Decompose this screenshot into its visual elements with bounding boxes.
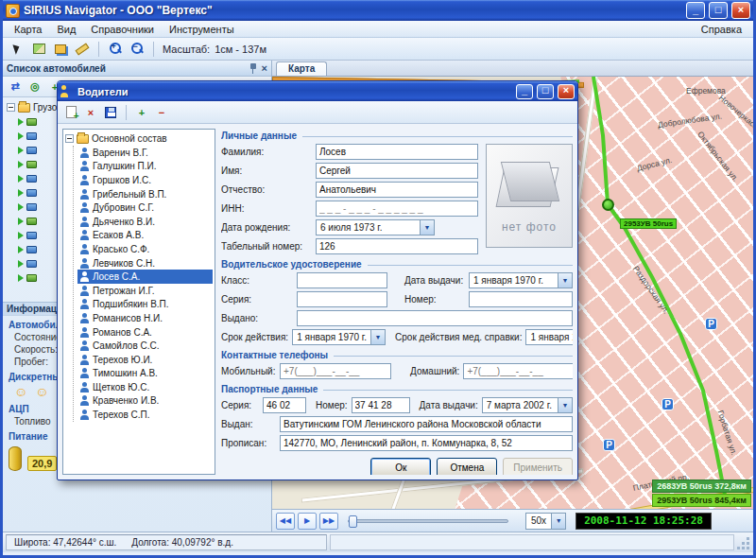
zoom-in-button[interactable]: +: [106, 40, 125, 59]
license-class-field[interactable]: [297, 272, 387, 288]
parking-icon[interactable]: P: [705, 318, 717, 330]
playback-button[interactable]: ◀◀: [276, 513, 295, 530]
remove-group-button[interactable]: −: [153, 104, 170, 121]
playback-speed-select[interactable]: 50x ▼: [525, 513, 566, 530]
close-button[interactable]: ×: [731, 2, 750, 19]
zoom-out-button[interactable]: −: [128, 40, 146, 59]
refresh-button[interactable]: ⇄: [7, 78, 24, 96]
menu-vid[interactable]: Вид: [49, 23, 83, 36]
map-tool-button[interactable]: [29, 40, 48, 59]
passport-issued-by-field[interactable]: [280, 416, 573, 432]
menu-spravochniki[interactable]: Справочники: [83, 23, 162, 36]
driver-item[interactable]: Горшков И.С.: [77, 173, 213, 187]
playback-button[interactable]: ▶▶: [319, 513, 338, 530]
ruler-button[interactable]: [73, 40, 92, 59]
driver-item[interactable]: Терехов С.П.: [77, 408, 213, 422]
name-field[interactable]: [316, 163, 478, 179]
license-med-select[interactable]: 1 января 1970 г. ▼: [525, 329, 573, 345]
mobile-field[interactable]: [280, 363, 391, 379]
dialog-close-button[interactable]: ×: [558, 84, 575, 99]
playback-slider[interactable]: [348, 519, 508, 523]
driver-item[interactable]: Грибельный В.П.: [77, 187, 213, 201]
chevron-down-icon[interactable]: ▼: [558, 398, 572, 412]
tree-expander-icon[interactable]: [65, 134, 74, 143]
passport-issue-select[interactable]: 7 марта 2002 г. ▼: [482, 397, 573, 413]
vehicle-status-row[interactable]: 2683УВ 50rus 372,8км: [652, 480, 751, 493]
panel-close-icon[interactable]: ×: [262, 63, 267, 74]
driver-item[interactable]: Левчиков С.Н.: [77, 256, 213, 270]
passport-number-field[interactable]: [352, 397, 410, 413]
surname-field[interactable]: [316, 144, 478, 160]
autohide-pin-icon[interactable]: [249, 62, 258, 74]
inn-field[interactable]: [316, 201, 478, 217]
add-group-button[interactable]: +: [133, 104, 150, 121]
maximize-button[interactable]: □: [709, 2, 728, 19]
vehicle-plate-label[interactable]: 2953УВ 50rus: [620, 218, 677, 229]
apply-button[interactable]: Применить: [503, 458, 573, 475]
driver-item[interactable]: Терехов Ю.И.: [77, 353, 213, 367]
locate-button[interactable]: ◎: [26, 78, 43, 96]
license-issued-by-field[interactable]: [297, 310, 573, 326]
new-driver-button[interactable]: [62, 104, 79, 121]
driver-item[interactable]: Самойлов С.С.: [77, 339, 213, 353]
driver-item[interactable]: Лосев С.А.: [77, 270, 213, 284]
driver-item[interactable]: Кравченко И.В.: [77, 394, 213, 409]
vehicle-status-row[interactable]: 2953УВ 50rus 845,4км: [652, 494, 751, 507]
passport-series-field[interactable]: [263, 397, 306, 413]
vehicle-marker-icon[interactable]: [602, 199, 614, 211]
person-icon: [79, 382, 90, 392]
menu-karta[interactable]: Карта: [7, 23, 49, 36]
tab-number-field[interactable]: [316, 238, 478, 254]
driver-item[interactable]: Подшибякин В.П.: [77, 298, 213, 312]
minimize-button[interactable]: _: [686, 2, 705, 19]
layers-button[interactable]: [51, 40, 70, 59]
address-field[interactable]: [280, 435, 573, 451]
ok-button[interactable]: Ок: [370, 458, 431, 475]
driver-item[interactable]: Тимошкин А.В.: [77, 367, 213, 381]
chevron-down-icon[interactable]: ▼: [370, 330, 385, 344]
drivers-root-row[interactable]: Основной состав: [65, 131, 213, 146]
photo-placeholder[interactable]: нет фото: [486, 144, 573, 248]
select-tool-button[interactable]: [8, 40, 26, 59]
driver-item[interactable]: Есаков А.В.: [77, 229, 213, 243]
dialog-maximize-button[interactable]: □: [537, 84, 554, 99]
chevron-down-icon[interactable]: ▼: [420, 220, 434, 235]
driver-item[interactable]: Петрожан И.Г.: [77, 284, 213, 298]
cancel-button[interactable]: Отмена: [437, 458, 497, 475]
chevron-down-icon[interactable]: ▼: [551, 514, 565, 529]
save-button[interactable]: [102, 104, 119, 121]
patronymic-field[interactable]: [316, 182, 478, 198]
birthdate-select[interactable]: 6 июля 1973 г. ▼: [316, 219, 435, 235]
driver-item[interactable]: Варенич В.Г.: [77, 146, 213, 160]
license-number-field[interactable]: [469, 291, 573, 307]
slider-handle[interactable]: [349, 515, 357, 528]
surname-label: Фамилия:: [221, 147, 312, 157]
drivers-tree[interactable]: Основной состав Варенич В.Г. Галушкин П.…: [62, 129, 215, 475]
playback-button[interactable]: ▶: [298, 513, 317, 530]
driver-item[interactable]: Галушкин П.И.: [77, 160, 213, 174]
driver-item[interactable]: Щетков Ю.С.: [77, 380, 213, 394]
license-series-field[interactable]: [297, 291, 387, 307]
truck-icon: [26, 203, 37, 211]
driver-item[interactable]: Романисов Н.И.: [77, 311, 213, 325]
dialog-minimize-button[interactable]: _: [516, 84, 533, 99]
dialog-title-bar[interactable]: Водители _ □ ×: [58, 81, 577, 101]
tree-expander-icon[interactable]: [7, 103, 15, 112]
tab-karta[interactable]: Карта: [276, 61, 327, 76]
chevron-down-icon[interactable]: ▼: [558, 273, 572, 288]
driver-item[interactable]: Красько С.Ф.: [77, 242, 213, 256]
person-icon: [79, 189, 90, 200]
parking-icon[interactable]: P: [603, 439, 615, 451]
driver-item[interactable]: Романов С.А.: [77, 325, 213, 340]
resize-grip[interactable]: [737, 534, 750, 550]
menu-spravka[interactable]: Справка: [694, 23, 749, 36]
person-icon: [79, 230, 90, 240]
parking-icon[interactable]: P: [662, 398, 674, 410]
driver-item[interactable]: Дубровин С.Г.: [77, 201, 213, 215]
home-phone-field[interactable]: [463, 363, 573, 379]
license-issue-select[interactable]: 1 января 1970 г. ▼: [469, 272, 573, 288]
license-valid-select[interactable]: 1 января 1970 г. ▼: [292, 329, 386, 345]
delete-driver-button[interactable]: ×: [82, 104, 99, 121]
driver-item[interactable]: Дьяченко В.И.: [77, 215, 213, 229]
menu-instrumenty[interactable]: Инструменты: [162, 23, 242, 36]
